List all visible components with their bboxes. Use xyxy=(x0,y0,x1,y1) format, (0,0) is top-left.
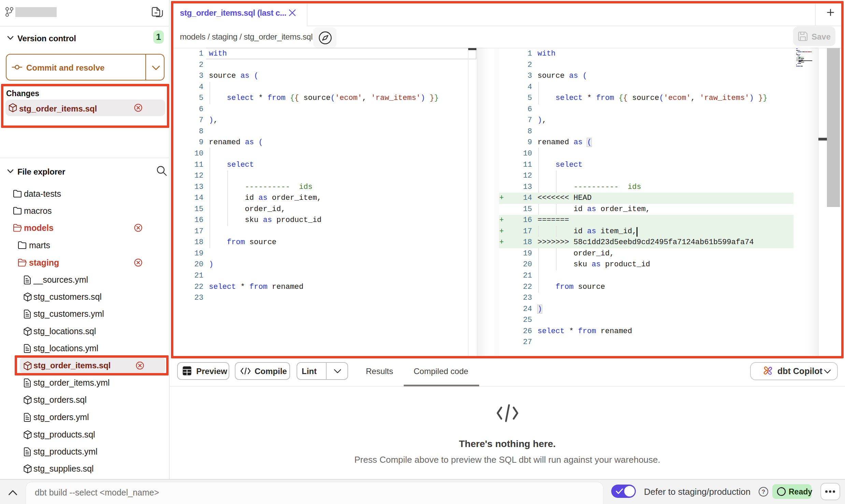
svg-text:?: ? xyxy=(762,489,765,495)
